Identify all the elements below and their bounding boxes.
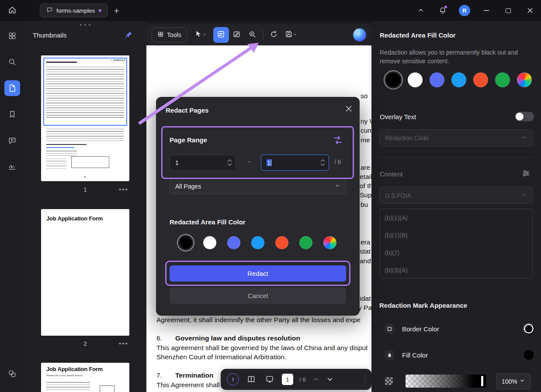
fill-color-swatch[interactable] <box>523 349 534 361</box>
overlay-text-toggle[interactable] <box>515 112 534 121</box>
color-swatch-blue[interactable] <box>251 236 264 249</box>
color-swatch-orange[interactable] <box>275 236 288 249</box>
doc-line: This agreement shall be governed by the … <box>156 344 368 352</box>
close-button[interactable] <box>524 5 536 16</box>
doc-fragment: of th <box>360 182 373 190</box>
page-range-transfer-icon[interactable] <box>332 135 343 146</box>
thumb3-text-lines <box>46 382 90 391</box>
bookmarks-button[interactable] <box>4 107 20 122</box>
color-swatch-indigo[interactable] <box>430 72 444 87</box>
redact-area-tool[interactable] <box>213 27 229 43</box>
stepper-icons[interactable] <box>320 159 325 166</box>
page-view-icon[interactable] <box>264 373 276 385</box>
search-button[interactable] <box>4 54 20 70</box>
opacity-slider[interactable] <box>406 375 486 388</box>
rotate-icon <box>270 30 278 40</box>
code-list-item[interactable]: (b)(2) <box>380 244 532 261</box>
thumbnails-panel: Thumbnails SURFACE 1 ••• Job Application… <box>24 21 146 392</box>
doc-fragment: etail <box>360 173 372 181</box>
text-caret <box>271 159 271 166</box>
border-color-swatch[interactable] <box>523 323 534 334</box>
page-thumbnail-1[interactable]: SURFACE <box>41 55 129 181</box>
color-swatch-black[interactable] <box>179 236 192 249</box>
minimize-button[interactable] <box>481 5 492 16</box>
opacity-slider-handle[interactable] <box>481 376 483 386</box>
dialog-close-icon[interactable] <box>342 102 355 115</box>
color-swatch-blue[interactable] <box>451 72 466 87</box>
custom-color-swatch[interactable] <box>323 236 336 249</box>
doc-line: Shenzhen Court of International Arbitrat… <box>156 353 286 361</box>
doc-section-title: Governing law and disputes resolution <box>175 334 300 342</box>
thumbnails-panel-button[interactable] <box>4 80 20 96</box>
redact-button[interactable]: Redact <box>170 265 346 282</box>
redact-mark-tool[interactable] <box>229 27 245 43</box>
doc-section-number: 7. <box>156 371 162 379</box>
document-tab[interactable]: forms-samples <box>40 3 108 17</box>
signature-button[interactable] <box>4 159 20 175</box>
home-button[interactable] <box>0 0 24 21</box>
thumb1-link-line <box>46 147 74 148</box>
maximize-button[interactable] <box>503 5 514 16</box>
notifications-button[interactable] <box>437 5 448 16</box>
code-list-item[interactable]: (b)(1)(B) <box>380 227 532 244</box>
code-set-select[interactable]: U.S.FOIA <box>379 187 533 204</box>
color-swatch-indigo[interactable] <box>227 236 240 249</box>
color-swatch-black[interactable] <box>386 72 401 87</box>
redaction-code-placeholder: Redaction Code <box>385 134 429 141</box>
page-thumbnail-2[interactable]: Job Application Form <box>41 209 129 336</box>
batch-tools-button[interactable] <box>4 366 20 382</box>
panel-title: Redacted Area Fill Color <box>380 31 456 39</box>
tools-grid-icon <box>157 31 164 39</box>
save-button[interactable] <box>282 27 300 43</box>
range-from-input[interactable]: 1 <box>170 155 236 171</box>
dialog-color-swatches <box>179 236 336 249</box>
previous-page-button[interactable] <box>312 375 320 383</box>
color-swatch-white[interactable] <box>408 72 423 87</box>
expand-bar-button[interactable] <box>227 373 239 385</box>
thumb2-more-icon[interactable]: ••• <box>119 340 128 347</box>
redaction-code-select[interactable]: Redaction Code <box>379 129 533 147</box>
page-thumbnail-3[interactable]: Job Application Form Please fill in your… <box>41 363 129 392</box>
doc-section-title: Termination <box>175 371 214 379</box>
custom-color-swatch[interactable] <box>517 72 532 87</box>
range-to-value: 1 <box>267 159 271 166</box>
stepper-icons[interactable] <box>227 159 232 166</box>
color-swatch-green[interactable] <box>299 236 312 249</box>
comments-button[interactable] <box>4 133 20 148</box>
thumbnails-panel-title: Thumbnails <box>33 31 67 39</box>
thumb1-more-icon[interactable]: ••• <box>119 186 128 193</box>
code-list-item[interactable]: (b)(1)(A) <box>380 209 532 227</box>
opacity-value-select[interactable]: 100% <box>496 373 531 389</box>
current-page-input[interactable]: 1 <box>282 374 293 385</box>
panel-drag-handle[interactable] <box>80 24 90 26</box>
code-set-value: U.S.FOIA <box>385 192 411 199</box>
redaction-properties-panel: Redacted Area Fill Color Redaction allow… <box>371 21 541 392</box>
ai-assistant-button[interactable] <box>353 28 366 41</box>
select-tool[interactable] <box>191 27 210 43</box>
content-label: Content <box>380 170 403 178</box>
rotate-tool[interactable] <box>266 27 282 43</box>
tools-button[interactable]: Tools <box>152 28 187 42</box>
search-redact-tool[interactable] <box>245 27 260 43</box>
color-swatch-green[interactable] <box>495 72 510 87</box>
two-page-view-icon[interactable] <box>245 373 257 385</box>
color-swatch-white[interactable] <box>203 236 216 249</box>
chevron-down-icon <box>334 182 340 190</box>
apps-grid-button[interactable] <box>4 28 20 44</box>
page-range-label: Page Range <box>170 136 207 144</box>
bar-divider <box>365 375 365 384</box>
redaction-code-list: (b)(1)(A) (b)(1)(B) (b)(2) (b)(3)(A) <box>380 209 533 279</box>
thumb1-signature-box <box>71 156 109 168</box>
dialog-title: Redact Pages <box>166 107 208 114</box>
content-settings-icon[interactable] <box>522 169 531 179</box>
pin-panel-button[interactable] <box>123 30 134 41</box>
range-to-input[interactable]: 1 <box>261 155 329 171</box>
avatar[interactable]: R <box>459 5 470 16</box>
next-page-button[interactable] <box>326 375 334 383</box>
new-tab-button[interactable]: + <box>114 6 119 15</box>
cancel-button[interactable]: Cancel <box>170 288 346 304</box>
color-swatch-orange[interactable] <box>473 72 488 87</box>
page-scope-select[interactable]: All Pages <box>170 178 346 194</box>
code-list-item[interactable]: (b)(3)(A) <box>380 261 532 279</box>
collapse-button[interactable] <box>415 5 427 16</box>
